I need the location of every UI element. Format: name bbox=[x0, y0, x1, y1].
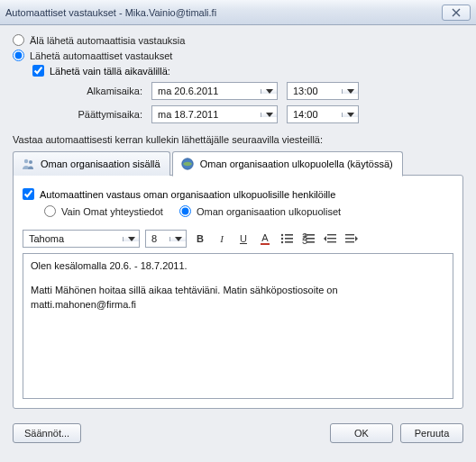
bulleted-list-button[interactable] bbox=[279, 230, 295, 248]
font-color-button[interactable]: A bbox=[257, 230, 273, 248]
svg-point-0 bbox=[24, 159, 28, 163]
tab-outside-org[interactable]: Oman organisaation ulkopuolella (käytöss… bbox=[172, 151, 403, 177]
svg-rect-9 bbox=[285, 241, 293, 243]
svg-point-4 bbox=[281, 234, 283, 236]
chevron-down-icon bbox=[128, 237, 135, 241]
radio-all-external[interactable]: Oman organisaation ulkopuoliset bbox=[179, 205, 341, 217]
radio-send-autoreply-input[interactable] bbox=[13, 50, 24, 61]
format-toolbar: Tahoma 8 B I U A 123 bbox=[23, 230, 453, 248]
radio-no-autoreply-input[interactable] bbox=[13, 34, 24, 46]
title-bar: Automaattiset vastaukset - Mika.Vainio@t… bbox=[0, 0, 476, 25]
ok-button[interactable]: OK bbox=[330, 423, 393, 443]
checkbox-enable-external-input[interactable] bbox=[23, 188, 34, 200]
svg-rect-7 bbox=[285, 238, 293, 240]
svg-rect-11 bbox=[307, 234, 315, 236]
numbered-list-button[interactable]: 123 bbox=[300, 230, 316, 248]
ok-button-label: OK bbox=[354, 428, 369, 439]
close-button[interactable] bbox=[442, 5, 471, 21]
start-date-value: ma 20.6.2011 bbox=[152, 86, 261, 96]
chevron-down-icon bbox=[347, 113, 354, 117]
chevron-down-icon bbox=[175, 237, 182, 241]
start-date-arrow[interactable] bbox=[261, 89, 277, 94]
tab-outside-label: Oman organisaation ulkopuolella (käytöss… bbox=[200, 159, 393, 169]
rules-button-label: Säännöt... bbox=[24, 428, 69, 439]
chevron-down-icon bbox=[266, 113, 273, 117]
end-time-value: 14:00 bbox=[288, 109, 342, 120]
tab-inside-org[interactable]: Oman organisaation sisällä bbox=[13, 151, 170, 176]
checkbox-enable-external[interactable]: Automaattinen vastaus oman organisaation… bbox=[23, 188, 453, 200]
checkbox-enable-external-label: Automaattinen vastaus oman organisaation… bbox=[40, 189, 335, 200]
font-size-value: 8 bbox=[146, 233, 169, 244]
start-time-combo[interactable]: 13:00 bbox=[287, 82, 359, 100]
cancel-button-label: Peruuta bbox=[415, 428, 450, 439]
close-icon bbox=[452, 8, 461, 17]
people-icon bbox=[21, 157, 35, 171]
numbered-list-icon: 123 bbox=[302, 233, 315, 244]
svg-rect-13 bbox=[307, 238, 315, 240]
svg-rect-16 bbox=[327, 234, 336, 235]
start-date-combo[interactable]: ma 20.6.2011 bbox=[151, 82, 278, 100]
svg-rect-19 bbox=[345, 234, 354, 235]
end-label: Päättymisaika: bbox=[52, 109, 142, 120]
radio-all-external-label: Oman organisaation ulkopuoliset bbox=[197, 206, 341, 217]
radio-send-autoreply-label: Lähetä automaattiset vastaukset bbox=[30, 50, 172, 61]
svg-rect-20 bbox=[345, 238, 354, 239]
tab-bar: Oman organisaation sisällä Oman organisa… bbox=[13, 150, 463, 176]
radio-no-autoreply-label: Älä lähetä automaattisia vastauksia bbox=[30, 35, 185, 46]
dialog-button-bar: Säännöt... OK Peruuta bbox=[0, 416, 476, 452]
cancel-button[interactable]: Peruuta bbox=[400, 423, 463, 443]
svg-rect-15 bbox=[307, 241, 315, 243]
bulleted-list-icon bbox=[280, 233, 293, 244]
svg-point-8 bbox=[281, 241, 283, 243]
radio-send-autoreply[interactable]: Lähetä automaattiset vastaukset bbox=[13, 50, 463, 61]
svg-rect-21 bbox=[345, 241, 354, 242]
start-label: Alkamisaika: bbox=[52, 86, 142, 96]
end-date-arrow[interactable] bbox=[261, 113, 277, 117]
chevron-down-icon bbox=[266, 89, 273, 94]
radio-all-external-input[interactable] bbox=[179, 205, 191, 217]
font-color-icon: A bbox=[261, 232, 269, 245]
underline-button[interactable]: U bbox=[235, 230, 252, 248]
font-size-combo[interactable]: 8 bbox=[145, 230, 187, 248]
checkbox-time-range[interactable]: Lähetä vain tällä aikavälillä: bbox=[32, 65, 463, 77]
bold-button[interactable]: B bbox=[192, 230, 208, 248]
end-time-combo[interactable]: 14:00 bbox=[287, 105, 359, 123]
end-date-combo[interactable]: ma 18.7.2011 bbox=[151, 105, 278, 123]
chevron-down-icon bbox=[347, 89, 354, 94]
message-line-1: Olen kesälomalla 20.6. - 18.7.2011. bbox=[31, 259, 445, 273]
svg-point-1 bbox=[29, 160, 32, 164]
decrease-indent-button[interactable] bbox=[322, 230, 338, 248]
outdent-icon bbox=[324, 233, 336, 244]
checkbox-time-range-input[interactable] bbox=[32, 65, 44, 77]
reply-summary: Vastaa automaattisesti kerran kullekin l… bbox=[13, 134, 463, 145]
radio-only-contacts-label: Vain Omat yhteystiedot bbox=[61, 206, 163, 217]
increase-indent-button[interactable] bbox=[343, 230, 360, 248]
globe-icon bbox=[180, 157, 195, 171]
end-date-value: ma 18.7.2011 bbox=[152, 109, 261, 120]
start-time-value: 13:00 bbox=[288, 86, 342, 96]
italic-button[interactable]: I bbox=[214, 230, 230, 248]
font-value: Tahoma bbox=[23, 233, 123, 244]
indent-icon bbox=[345, 233, 358, 244]
checkbox-time-range-label: Lähetä vain tällä aikavälillä: bbox=[50, 66, 170, 77]
svg-rect-5 bbox=[285, 234, 293, 236]
font-arrow[interactable] bbox=[123, 237, 139, 241]
outside-panel: Automaattinen vastaus oman organisaation… bbox=[13, 175, 463, 409]
end-time-arrow[interactable] bbox=[342, 113, 358, 117]
svg-point-6 bbox=[281, 238, 283, 240]
font-size-arrow[interactable] bbox=[169, 237, 186, 241]
window-title: Automaattiset vastaukset - Mika.Vainio@t… bbox=[5, 7, 216, 18]
radio-only-contacts[interactable]: Vain Omat yhteystiedot bbox=[44, 205, 163, 217]
tab-inside-label: Oman organisaation sisällä bbox=[41, 159, 160, 169]
svg-rect-18 bbox=[327, 241, 336, 242]
font-combo[interactable]: Tahoma bbox=[23, 230, 140, 248]
svg-rect-17 bbox=[327, 238, 336, 239]
message-line-2: Matti Mähönen hoitaa sillä aikaa tehtävi… bbox=[31, 284, 445, 312]
rules-button[interactable]: Säännöt... bbox=[13, 423, 81, 443]
radio-no-autoreply[interactable]: Älä lähetä automaattisia vastauksia bbox=[13, 34, 463, 46]
radio-only-contacts-input[interactable] bbox=[44, 205, 56, 217]
start-time-arrow[interactable] bbox=[342, 89, 358, 94]
message-editor[interactable]: Olen kesälomalla 20.6. - 18.7.2011. Matt… bbox=[23, 253, 453, 399]
